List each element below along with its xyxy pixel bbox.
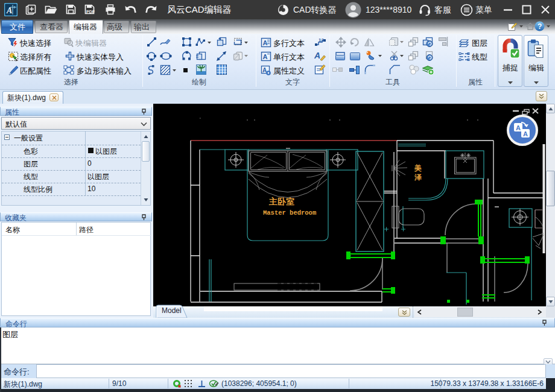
svg-text:Master bedroom: Master bedroom bbox=[263, 209, 316, 217]
svg-text:PDF: PDF bbox=[86, 10, 95, 14]
svg-text:A: A bbox=[516, 124, 521, 131]
svg-text:A: A bbox=[263, 39, 268, 46]
svg-text:A: A bbox=[314, 51, 320, 60]
svg-text:A: A bbox=[523, 130, 528, 138]
svg-text:A: A bbox=[263, 53, 268, 60]
svg-text:泽: 泽 bbox=[414, 174, 422, 182]
svg-text:A: A bbox=[262, 67, 267, 74]
svg-text:12: 12 bbox=[319, 37, 324, 43]
svg-text:主卧室: 主卧室 bbox=[268, 197, 294, 207]
svg-text:?: ? bbox=[538, 22, 542, 31]
svg-text:A: A bbox=[6, 6, 12, 15]
svg-text:美: 美 bbox=[414, 164, 422, 173]
